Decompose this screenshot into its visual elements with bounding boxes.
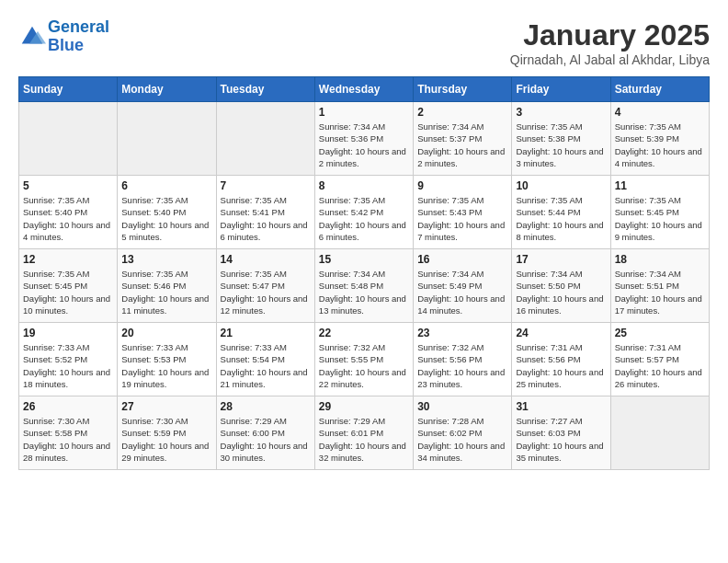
calendar-week-4: 19Sunrise: 7:33 AMSunset: 5:52 PMDayligh… xyxy=(19,323,710,396)
day-info: Sunrise: 7:35 AMSunset: 5:40 PMDaylight:… xyxy=(121,194,211,243)
day-number: 28 xyxy=(221,400,311,413)
weekday-header-friday: Friday xyxy=(512,77,610,102)
day-number: 2 xyxy=(417,106,507,119)
day-info: Sunrise: 7:32 AMSunset: 5:56 PMDaylight:… xyxy=(417,341,507,390)
calendar-cell: 5Sunrise: 7:35 AMSunset: 5:40 PMDaylight… xyxy=(19,176,118,249)
day-number: 8 xyxy=(319,179,409,192)
day-info: Sunrise: 7:33 AMSunset: 5:53 PMDaylight:… xyxy=(121,341,211,390)
day-number: 16 xyxy=(417,253,507,266)
day-info: Sunrise: 7:35 AMSunset: 5:45 PMDaylight:… xyxy=(23,268,113,316)
calendar-week-1: 1Sunrise: 7:34 AMSunset: 5:36 PMDaylight… xyxy=(19,102,710,176)
day-info: Sunrise: 7:34 AMSunset: 5:51 PMDaylight:… xyxy=(615,268,705,316)
weekday-header-saturday: Saturday xyxy=(610,77,709,102)
calendar-cell: 22Sunrise: 7:32 AMSunset: 5:55 PMDayligh… xyxy=(314,323,413,396)
day-info: Sunrise: 7:35 AMSunset: 5:39 PMDaylight:… xyxy=(615,121,705,169)
calendar-cell: 20Sunrise: 7:33 AMSunset: 5:53 PMDayligh… xyxy=(118,323,216,396)
day-number: 15 xyxy=(319,253,409,266)
day-info: Sunrise: 7:34 AMSunset: 5:48 PMDaylight:… xyxy=(319,268,409,316)
day-info: Sunrise: 7:35 AMSunset: 5:44 PMDaylight:… xyxy=(516,194,606,243)
calendar-cell: 6Sunrise: 7:35 AMSunset: 5:40 PMDaylight… xyxy=(118,176,216,249)
day-info: Sunrise: 7:35 AMSunset: 5:47 PMDaylight:… xyxy=(221,268,311,316)
day-info: Sunrise: 7:34 AMSunset: 5:36 PMDaylight:… xyxy=(319,121,409,169)
calendar-cell: 4Sunrise: 7:35 AMSunset: 5:39 PMDaylight… xyxy=(610,102,709,176)
calendar-cell: 8Sunrise: 7:35 AMSunset: 5:42 PMDaylight… xyxy=(314,176,413,249)
day-number: 13 xyxy=(121,253,211,266)
day-number: 29 xyxy=(319,400,409,413)
calendar-cell: 27Sunrise: 7:30 AMSunset: 5:59 PMDayligh… xyxy=(118,396,216,470)
calendar-cell: 12Sunrise: 7:35 AMSunset: 5:45 PMDayligh… xyxy=(19,249,118,323)
day-info: Sunrise: 7:35 AMSunset: 5:42 PMDaylight:… xyxy=(319,194,409,243)
calendar-cell: 11Sunrise: 7:35 AMSunset: 5:45 PMDayligh… xyxy=(610,176,709,249)
day-info: Sunrise: 7:35 AMSunset: 5:43 PMDaylight:… xyxy=(417,194,507,243)
day-number: 24 xyxy=(516,327,606,339)
logo-line2: Blue xyxy=(48,36,84,54)
calendar-cell xyxy=(216,102,314,176)
weekday-header-wednesday: Wednesday xyxy=(314,77,413,102)
day-info: Sunrise: 7:27 AMSunset: 6:03 PMDaylight:… xyxy=(516,415,606,464)
calendar-week-3: 12Sunrise: 7:35 AMSunset: 5:45 PMDayligh… xyxy=(19,249,710,323)
day-number: 19 xyxy=(23,327,113,339)
calendar-cell: 25Sunrise: 7:31 AMSunset: 5:57 PMDayligh… xyxy=(610,323,709,396)
page-header: General Blue January 2025 Qirnadah, Al J… xyxy=(18,18,710,67)
calendar-cell: 10Sunrise: 7:35 AMSunset: 5:44 PMDayligh… xyxy=(512,176,610,249)
day-info: Sunrise: 7:29 AMSunset: 6:00 PMDaylight:… xyxy=(221,415,311,464)
calendar-cell xyxy=(118,102,216,176)
calendar-title: January 2025 xyxy=(510,18,710,52)
day-number: 1 xyxy=(319,106,409,119)
day-info: Sunrise: 7:30 AMSunset: 5:59 PMDaylight:… xyxy=(121,415,211,464)
calendar-cell: 9Sunrise: 7:35 AMSunset: 5:43 PMDaylight… xyxy=(414,176,512,249)
calendar-table: SundayMondayTuesdayWednesdayThursdayFrid… xyxy=(18,76,710,470)
day-info: Sunrise: 7:29 AMSunset: 6:01 PMDaylight:… xyxy=(319,415,409,464)
calendar-cell: 21Sunrise: 7:33 AMSunset: 5:54 PMDayligh… xyxy=(216,323,314,396)
day-number: 26 xyxy=(23,400,113,413)
weekday-header-thursday: Thursday xyxy=(414,77,512,102)
day-info: Sunrise: 7:33 AMSunset: 5:52 PMDaylight:… xyxy=(23,341,113,390)
calendar-cell xyxy=(610,396,709,470)
calendar-cell: 19Sunrise: 7:33 AMSunset: 5:52 PMDayligh… xyxy=(19,323,118,396)
day-number: 25 xyxy=(615,327,705,339)
calendar-cell: 3Sunrise: 7:35 AMSunset: 5:38 PMDaylight… xyxy=(512,102,610,176)
weekday-header-sunday: Sunday xyxy=(19,77,118,102)
calendar-cell: 13Sunrise: 7:35 AMSunset: 5:46 PMDayligh… xyxy=(118,249,216,323)
calendar-cell xyxy=(19,102,118,176)
day-info: Sunrise: 7:35 AMSunset: 5:46 PMDaylight:… xyxy=(121,268,211,316)
calendar-cell: 7Sunrise: 7:35 AMSunset: 5:41 PMDaylight… xyxy=(216,176,314,249)
calendar-cell: 14Sunrise: 7:35 AMSunset: 5:47 PMDayligh… xyxy=(216,249,314,323)
day-info: Sunrise: 7:35 AMSunset: 5:41 PMDaylight:… xyxy=(221,194,311,243)
day-info: Sunrise: 7:34 AMSunset: 5:37 PMDaylight:… xyxy=(417,121,507,169)
day-number: 17 xyxy=(516,253,606,266)
calendar-cell: 31Sunrise: 7:27 AMSunset: 6:03 PMDayligh… xyxy=(512,396,610,470)
day-info: Sunrise: 7:34 AMSunset: 5:50 PMDaylight:… xyxy=(516,268,606,316)
weekday-header-row: SundayMondayTuesdayWednesdayThursdayFrid… xyxy=(19,77,710,102)
calendar-cell: 29Sunrise: 7:29 AMSunset: 6:01 PMDayligh… xyxy=(314,396,413,470)
title-area: January 2025 Qirnadah, Al Jabal al Akhda… xyxy=(510,18,710,67)
day-info: Sunrise: 7:35 AMSunset: 5:45 PMDaylight:… xyxy=(615,194,705,243)
calendar-week-5: 26Sunrise: 7:30 AMSunset: 5:58 PMDayligh… xyxy=(19,396,710,470)
weekday-header-monday: Monday xyxy=(118,77,216,102)
calendar-cell: 16Sunrise: 7:34 AMSunset: 5:49 PMDayligh… xyxy=(414,249,512,323)
day-number: 7 xyxy=(221,179,311,192)
day-info: Sunrise: 7:35 AMSunset: 5:40 PMDaylight:… xyxy=(23,194,113,243)
calendar-cell: 1Sunrise: 7:34 AMSunset: 5:36 PMDaylight… xyxy=(314,102,413,176)
day-info: Sunrise: 7:28 AMSunset: 6:02 PMDaylight:… xyxy=(417,415,507,464)
calendar-cell: 23Sunrise: 7:32 AMSunset: 5:56 PMDayligh… xyxy=(414,323,512,396)
day-number: 22 xyxy=(319,327,409,339)
calendar-cell: 24Sunrise: 7:31 AMSunset: 5:56 PMDayligh… xyxy=(512,323,610,396)
logo: General Blue xyxy=(18,18,109,55)
calendar-cell: 2Sunrise: 7:34 AMSunset: 5:37 PMDaylight… xyxy=(414,102,512,176)
logo-text: General Blue xyxy=(48,18,109,55)
calendar-week-2: 5Sunrise: 7:35 AMSunset: 5:40 PMDaylight… xyxy=(19,176,710,249)
day-info: Sunrise: 7:33 AMSunset: 5:54 PMDaylight:… xyxy=(221,341,311,390)
calendar-cell: 18Sunrise: 7:34 AMSunset: 5:51 PMDayligh… xyxy=(610,249,709,323)
day-number: 10 xyxy=(516,179,606,192)
day-info: Sunrise: 7:34 AMSunset: 5:49 PMDaylight:… xyxy=(417,268,507,316)
day-number: 5 xyxy=(23,179,113,192)
day-info: Sunrise: 7:32 AMSunset: 5:55 PMDaylight:… xyxy=(319,341,409,390)
day-info: Sunrise: 7:31 AMSunset: 5:57 PMDaylight:… xyxy=(615,341,705,390)
calendar-cell: 15Sunrise: 7:34 AMSunset: 5:48 PMDayligh… xyxy=(314,249,413,323)
calendar-subtitle: Qirnadah, Al Jabal al Akhdar, Libya xyxy=(510,52,710,67)
day-info: Sunrise: 7:30 AMSunset: 5:58 PMDaylight:… xyxy=(23,415,113,464)
day-number: 20 xyxy=(121,327,211,339)
day-number: 27 xyxy=(121,400,211,413)
weekday-header-tuesday: Tuesday xyxy=(216,77,314,102)
